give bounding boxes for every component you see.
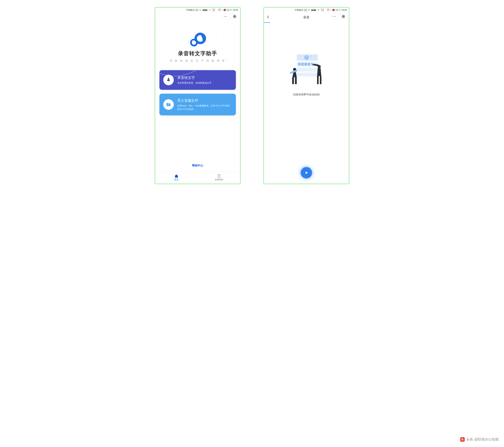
hd-icon: HD <box>304 9 307 11</box>
capsule-divider <box>230 15 231 18</box>
mute-icon: 🔕 <box>332 9 335 11</box>
network-speed: 11.3K/s <box>321 8 324 12</box>
bluetooth-icon: ᚼ <box>330 9 331 11</box>
nav-home[interactable]: 首页 <box>155 172 198 184</box>
phone-screen-recorder: 中国移动 HD 4G ▮▮▮▮ 11.3K/s ⏰ ᚼ 🔕 70 ☘ 18:08… <box>263 7 349 184</box>
wifi-icon <box>317 9 320 12</box>
back-button[interactable] <box>266 15 270 20</box>
svg-rect-2 <box>192 40 194 42</box>
alarm-icon: ⏰ <box>327 9 329 11</box>
svg-point-1 <box>191 40 197 46</box>
more-icon[interactable]: ··· <box>224 15 227 18</box>
status-bar: 中国移动 HD 4G ▮▮▮▮ 11.3K/s ⏰ ᚼ 🔕 70 ☘ 18:08 <box>264 8 349 12</box>
svg-rect-3 <box>168 104 169 105</box>
hero-section: 录音转文字助手 - 高 效 的 语 音 文 字 转 换 神 器 - <box>155 12 240 62</box>
help-center-link[interactable]: 帮助中心 <box>155 164 240 171</box>
miniprogram-capsule[interactable]: ··· <box>331 14 346 19</box>
phone-screen-home: 中国移动 HD 4G ▮▮▮▮ 11.8K/s ⏰ ᚼ 🔕 70 ☘ 18:08… <box>155 7 241 184</box>
svg-rect-11 <box>301 63 304 66</box>
network-icon: 4G <box>308 9 310 11</box>
app-logo-icon <box>188 32 207 48</box>
empty-state-text: 结束录音即可自动识别 <box>293 93 320 96</box>
leaf-icon: ☘ <box>230 9 232 11</box>
record-button[interactable] <box>300 167 312 179</box>
play-icon <box>304 170 309 175</box>
svg-rect-10 <box>298 63 301 66</box>
clock-label: 18:08 <box>342 9 347 11</box>
more-icon[interactable]: ··· <box>333 15 336 18</box>
bluetooth-icon: ᚼ <box>221 9 223 11</box>
alarm-icon: ⏰ <box>218 9 221 11</box>
svg-rect-22 <box>320 76 322 84</box>
home-icon <box>175 174 178 178</box>
card-desc: 支持mp3、wav、m4a音频格式，文件大小小于5M且时长小于15分钟 <box>177 104 232 111</box>
recorder-body: 结束录音即可自动识别 <box>264 23 349 167</box>
document-icon <box>217 174 221 178</box>
empty-state-illustration <box>286 53 326 88</box>
nav-label: 文档识别 <box>215 178 223 181</box>
miniprogram-capsule[interactable]: ··· <box>223 14 238 19</box>
svg-rect-17 <box>292 77 294 84</box>
svg-rect-24 <box>311 63 314 65</box>
carrier-label: 中国移动 <box>295 9 303 12</box>
svg-rect-13 <box>307 63 310 66</box>
svg-rect-14 <box>297 68 318 72</box>
card-desc: 支持普通话录音，自动转换成文字 <box>177 81 212 85</box>
svg-rect-18 <box>295 77 297 84</box>
close-miniprogram-icon[interactable] <box>342 15 345 18</box>
card-title: 导入音频文件 <box>177 98 232 103</box>
app-subtitle: - 高 效 的 语 音 文 字 转 换 神 器 - <box>166 59 229 62</box>
close-miniprogram-icon[interactable] <box>233 15 236 18</box>
leaf-icon: ☘ <box>339 9 341 11</box>
nav-label: 首页 <box>174 178 179 181</box>
signal-icon: ▮▮▮▮ <box>311 9 316 11</box>
app-title: 录音转文字助手 <box>178 50 217 57</box>
clock-label: 18:08 <box>233 9 238 11</box>
svg-rect-21 <box>317 76 319 84</box>
mute-icon: 🔕 <box>223 9 226 11</box>
bottom-nav: 首页 文档识别 <box>155 171 240 184</box>
folder-icon <box>163 99 174 110</box>
page-title: 录音 <box>303 15 309 19</box>
record-button-area <box>264 167 349 184</box>
svg-rect-15 <box>297 72 318 76</box>
nav-doc-recognition[interactable]: 文档识别 <box>198 172 240 184</box>
battery-icon: 70 <box>336 9 338 11</box>
svg-rect-12 <box>305 63 307 66</box>
import-audio-card[interactable]: 导入音频文件 支持mp3、wav、m4a音频格式，文件大小小于5M且时长小于15… <box>159 94 236 115</box>
battery-icon: 70 <box>227 9 229 11</box>
svg-marker-25 <box>306 171 308 174</box>
